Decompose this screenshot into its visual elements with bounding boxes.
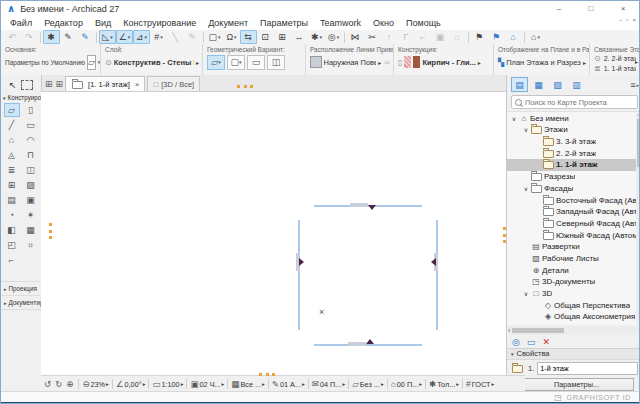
geometry-trapezoid-icon[interactable]: ▭ [247, 55, 265, 70]
morph-tool[interactable]: ◬ [4, 148, 20, 162]
separator[interactable] [524, 32, 525, 43]
story-name-input[interactable] [537, 362, 638, 375]
tree-item-elevation-west[interactable]: Западный Фасад (Автоматиче [507, 206, 640, 218]
material-swatch[interactable] [413, 56, 420, 68]
tree-item-elevations[interactable]: ∨ Фасады [507, 183, 640, 195]
elevation-line-east[interactable] [436, 220, 438, 330]
slab-tool[interactable]: ▭ [23, 118, 39, 132]
separator[interactable] [425, 379, 426, 389]
chevron-icon[interactable]: ∨ [522, 126, 530, 133]
settings-dialog-icon[interactable]: ▭ [527, 337, 536, 347]
base-plane-icon[interactable]: ⌂ [449, 30, 466, 44]
pop-up-navigator-icon[interactable]: ⊞ [56, 79, 64, 89]
trim-icon[interactable]: ↑ [381, 30, 398, 44]
tab-floor-plan[interactable]: [1. 1-й этаж] × [65, 76, 145, 91]
menu-file[interactable]: Файл [4, 18, 38, 28]
window-tool[interactable]: ⊞ [4, 178, 20, 192]
tree-horizontal-scrollbar[interactable]: ‹ › [508, 326, 640, 335]
menu-design[interactable]: Конструирование [117, 18, 202, 28]
undo-icon[interactable]: ↶ [4, 30, 21, 44]
tree-item-perspective[interactable]: Общая Перспектива [507, 299, 640, 311]
toolbox-section-design[interactable]: ▾ Конструиров [1, 90, 41, 103]
tree-item-story-3[interactable]: 3. 3-й этаж [507, 136, 640, 148]
quick-options-icon[interactable]: ⊞ [45, 79, 53, 89]
orientation[interactable]: ∠ 0,00° ▸ [115, 379, 147, 389]
shell-tool[interactable]: ◠ [23, 133, 39, 147]
wall-reference[interactable]: ✱ Тол... ▸ [428, 379, 460, 389]
linked-story-top[interactable]: ⊙ 2. 2-й этаж (Собо [594, 53, 636, 63]
snap-guides-icon[interactable]: ⊿▾ [133, 30, 150, 44]
separator[interactable] [78, 379, 79, 389]
pen-set[interactable]: ▦ Все ... ▸ [230, 379, 265, 389]
tree-vertical-scrollbar[interactable]: ∧ [636, 112, 640, 325]
wall-default-preview[interactable]: ▱ [87, 55, 96, 70]
home-story[interactable]: ⌂ 00 П... ▸ [390, 379, 423, 389]
separator[interactable] [468, 32, 469, 43]
stretch-icon[interactable]: ↔ [291, 30, 308, 44]
lamp-tool[interactable]: ✶ [23, 208, 39, 222]
section-projection[interactable]: ▸ Проекция [1, 282, 41, 296]
marquee-icon[interactable]: ▢▾ [206, 30, 223, 44]
profile-manager-icon[interactable]: ◎▾ [325, 30, 342, 44]
geometry-curved-icon[interactable]: ▢▾ [227, 55, 245, 70]
tree-item-axonometry[interactable]: Общая Аксонометрия [507, 311, 640, 323]
snap-grid-icon[interactable]: #▾ [150, 30, 167, 44]
navigator-menu-icon[interactable]: ≡ ▸ [630, 80, 639, 90]
scale[interactable]: ▭ 1:100 ▸ [151, 379, 184, 389]
mdi-close-button[interactable]: × [632, 17, 636, 23]
chevron-icon[interactable]: ∨ [522, 185, 530, 192]
dock-handle[interactable] [49, 223, 52, 239]
geometry-straight-icon[interactable]: ▱▾ [207, 55, 225, 70]
mesh-tool[interactable]: ▦ [23, 223, 39, 237]
display-value[interactable]: План Этажа и Разрез... [506, 58, 581, 67]
layer-value[interactable]: Конструктив - Стены Не... [114, 58, 194, 67]
group-lock-icon[interactable]: Ω▾ [223, 30, 240, 44]
floor-plan-canvas[interactable]: × [41, 91, 506, 376]
options-gear-icon[interactable]: ✱▾ [308, 30, 325, 44]
separator[interactable] [344, 32, 345, 43]
tree-item-story-2[interactable]: 2. 2-й этаж [507, 147, 640, 159]
roof-tool[interactable]: ⌂ [4, 133, 20, 147]
gravity-pen-icon[interactable]: ✎ [184, 30, 201, 44]
tree-item-3d-documents[interactable]: 3D-документы [507, 276, 640, 288]
menu-options[interactable]: Параметры [254, 18, 314, 28]
inject-parameters-icon[interactable]: ✎ [60, 30, 77, 44]
dimension-standard[interactable]: # ГОСТ ▸ [465, 379, 495, 389]
delete-icon[interactable]: ✕ [542, 337, 550, 347]
elevation-handle-north[interactable] [350, 203, 368, 207]
3d-visualization-icon[interactable]: ⌂▾ [527, 30, 544, 44]
zone-tool[interactable]: ◔ [4, 208, 20, 222]
mdi-minimize-button[interactable]: – [619, 17, 622, 23]
flag-saved-view-icon[interactable]: ⚑ [488, 30, 505, 44]
curtain-wall-tool[interactable]: ▤ [4, 193, 20, 207]
windows-stack-icon[interactable]: ◳ [554, 393, 562, 402]
transfer-settings-icon[interactable]: ✎ [77, 30, 94, 44]
tree-item-elevation-east[interactable]: Восточный Фасад (Автоматич [507, 194, 640, 206]
elevation-line-west[interactable] [298, 220, 300, 330]
properties-header[interactable]: ▾ Свойства [507, 348, 640, 360]
geometry-polygon-icon[interactable]: ◫ [267, 55, 285, 70]
section-documenting[interactable]: ▸ Документир- [1, 296, 41, 310]
stair-tool[interactable]: ≣ [4, 163, 20, 177]
virtual-trace-icon[interactable]: ⊞ [274, 30, 291, 44]
tree-item-3d[interactable]: ∨ 3D [507, 288, 640, 300]
tree-item-elevation-south[interactable]: Южный Фасад (Автоматическ [507, 229, 640, 241]
publisher-icon[interactable]: ▥ [568, 77, 585, 92]
wall-structure-icon[interactable]: ▯ [398, 58, 402, 67]
separator[interactable] [148, 379, 149, 389]
wall-tool[interactable]: ▱ [4, 103, 20, 117]
separator[interactable] [348, 379, 349, 389]
tree-item-project[interactable]: ∨ Без имени [507, 112, 640, 124]
layout-book-icon[interactable]: ▧ [549, 77, 566, 92]
building-material-value[interactable]: Кирпич - Гли... [422, 58, 475, 67]
project-map-icon[interactable]: ▤ [511, 77, 528, 92]
column-tool[interactable]: ▯ [23, 103, 39, 117]
menu-help[interactable]: Помощь [400, 18, 447, 28]
chevron-icon[interactable]: ∨ [510, 115, 518, 122]
marquee-icon[interactable] [21, 80, 33, 90]
split-icon[interactable]: ⋈ [347, 30, 364, 44]
minimize-button[interactable]: – [543, 1, 575, 16]
renovation-filter-icon[interactable]: ⊡ [257, 30, 274, 44]
flyout-arrow-icon[interactable]: ▸ [378, 59, 381, 66]
gravity-icon[interactable]: ╲ [167, 30, 184, 44]
